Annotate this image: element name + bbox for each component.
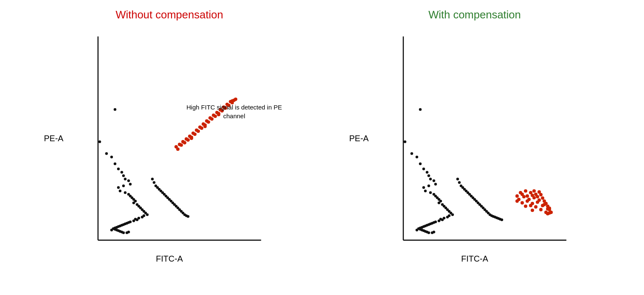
svg-point-97 [187,138,190,142]
svg-point-34 [136,219,139,221]
svg-point-99 [193,132,197,136]
right-chart-area: PE-A FITC-A [353,30,596,247]
svg-point-127 [427,174,430,177]
svg-point-13 [122,185,125,188]
svg-point-152 [441,219,444,221]
left-chart-svg [48,30,291,247]
left-x-axis-label: FITC-A [156,254,183,264]
svg-point-204 [524,189,527,193]
left-y-axis-label: PE-A [44,134,64,143]
svg-point-233 [534,205,537,209]
right-chart-container: With compensation PE-A FITC-A [322,8,627,247]
svg-point-226 [526,199,529,203]
left-chart-container: Without compensation PE-A FITC-A High FI… [17,8,322,247]
svg-point-15 [119,190,122,193]
svg-point-174 [456,178,459,181]
svg-point-200 [501,219,503,221]
svg-point-111 [176,148,179,151]
svg-point-208 [532,189,536,193]
svg-point-129 [432,179,435,182]
svg-point-5 [110,155,113,158]
svg-point-6 [114,163,117,165]
svg-point-234 [539,208,542,211]
svg-point-240 [549,211,553,214]
svg-point-54 [127,231,130,234]
svg-point-134 [429,191,432,194]
right-chart-title: With compensation [428,8,521,21]
svg-point-232 [529,204,532,207]
svg-point-236 [516,199,519,203]
svg-point-212 [539,193,542,196]
svg-point-29 [146,214,149,216]
svg-point-122 [410,152,413,155]
svg-point-140 [437,201,440,204]
svg-point-225 [521,201,524,204]
svg-point-124 [419,163,422,165]
svg-point-35 [132,219,135,222]
svg-point-133 [424,190,427,193]
svg-point-147 [451,214,454,216]
svg-point-10 [124,178,127,181]
svg-point-228 [536,201,539,204]
svg-point-170 [427,231,430,234]
svg-point-9 [122,174,125,177]
svg-point-123 [416,155,419,158]
svg-point-205 [526,194,529,198]
left-chart-area: PE-A FITC-A High FITC signal is detected… [48,30,291,247]
svg-point-149 [446,216,449,219]
svg-point-3 [98,140,101,143]
svg-point-112 [190,137,193,140]
svg-point-100 [197,130,200,133]
svg-point-14 [117,186,120,189]
svg-point-125 [422,168,425,170]
svg-point-31 [141,216,144,219]
svg-point-95 [179,143,183,147]
right-x-axis-label: FITC-A [461,254,488,264]
svg-point-22 [132,201,135,204]
right-chart-svg [353,30,596,247]
svg-point-213 [541,196,544,200]
page-container: Without compensation PE-A FITC-A High FI… [0,0,644,295]
svg-point-57 [153,181,156,184]
svg-point-77 [187,215,189,218]
svg-point-117 [234,98,237,101]
svg-point-121 [404,140,406,143]
svg-point-172 [432,231,435,234]
svg-point-113 [203,125,207,128]
svg-point-237 [531,209,534,212]
svg-point-132 [422,186,425,189]
svg-point-56 [151,178,154,181]
svg-point-7 [117,168,120,170]
svg-point-231 [524,204,527,208]
svg-point-2 [114,108,117,111]
svg-point-201 [516,194,519,198]
svg-point-103 [207,120,210,124]
left-chart-title: Without compensation [115,8,223,21]
svg-point-8 [120,171,123,174]
svg-point-126 [426,171,429,174]
svg-point-96 [183,141,187,145]
svg-point-230 [546,207,549,211]
svg-point-153 [437,219,440,222]
svg-point-175 [458,181,461,184]
svg-point-130 [434,183,437,186]
svg-point-173 [416,229,419,231]
left-annotation: High FITC signal is detected in PE chann… [178,103,291,120]
svg-point-16 [124,191,127,194]
svg-point-4 [105,152,108,155]
svg-point-55 [110,229,113,231]
svg-point-219 [522,195,526,198]
svg-point-128 [429,178,432,181]
svg-point-131 [427,185,430,188]
svg-point-11 [127,179,130,182]
svg-point-221 [532,196,536,199]
svg-point-12 [129,183,132,186]
svg-point-229 [541,204,544,207]
svg-point-120 [419,108,422,111]
svg-point-210 [536,195,539,198]
svg-point-52 [122,231,125,234]
right-y-axis-label: PE-A [349,134,369,143]
svg-point-101 [200,127,203,130]
